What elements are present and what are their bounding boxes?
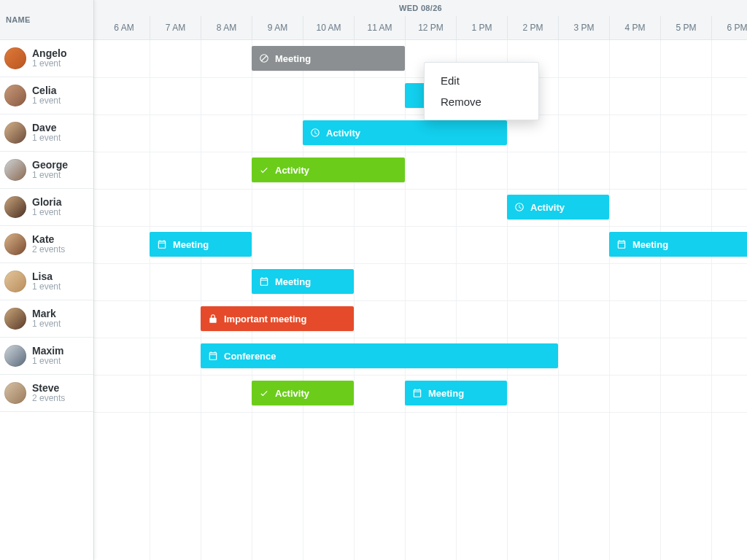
avatar	[4, 122, 26, 144]
person-name: Kate	[32, 233, 65, 245]
grid-hline	[94, 338, 747, 338]
person-row[interactable]: Lisa1 event	[0, 263, 93, 300]
avatar	[4, 159, 26, 181]
hour-header-cell: 3 PM	[558, 16, 609, 39]
hour-header-cell: 6 AM	[98, 16, 150, 39]
sidebar-header: NAME	[0, 0, 93, 40]
event-title: Activity	[275, 388, 309, 399]
person-event-count: 1 event	[32, 96, 61, 106]
context-menu-item[interactable]: Edit	[425, 70, 538, 91]
avatar	[4, 233, 26, 255]
person-event-count: 1 event	[32, 208, 61, 218]
event-title: Meeting	[275, 53, 311, 64]
event-block[interactable]: Meeting	[150, 232, 252, 257]
person-row[interactable]: Celia1 event	[0, 77, 93, 114]
person-event-count: 2 events	[32, 394, 65, 404]
person-row[interactable]: Mark1 event	[0, 300, 93, 338]
check-icon	[259, 388, 269, 398]
grid-hline	[94, 300, 747, 301]
event-block[interactable]: Activity	[252, 158, 405, 182]
avatar	[4, 271, 26, 292]
hour-header-cell: 5 PM	[660, 16, 711, 39]
person-text: Dave1 event	[32, 122, 61, 144]
person-name: Celia	[32, 85, 61, 96]
timeline-grid[interactable]: MeetingActivityActivityActivityMeetingMe…	[94, 40, 747, 560]
person-row[interactable]: Maxim1 event	[0, 338, 93, 375]
grid-hline	[94, 152, 747, 152]
person-text: George1 event	[32, 159, 68, 181]
hours-row: 6 AM7 AM8 AM9 AM10 AM11 AM12 PM1 PM2 PM3…	[94, 16, 747, 39]
calendar-icon	[259, 276, 269, 287]
hour-header-cell: 11 AM	[354, 16, 405, 39]
person-name: Maxim	[32, 345, 64, 357]
context-menu-item[interactable]: Remove	[425, 91, 538, 112]
person-row[interactable]: Dave1 event	[0, 114, 93, 152]
clock-icon	[310, 128, 320, 138]
hour-header-cell: 1 PM	[456, 16, 507, 39]
grid-hline	[94, 77, 747, 78]
event-title: Meeting	[173, 239, 209, 250]
person-event-count: 2 events	[32, 245, 65, 255]
person-event-count: 1 event	[32, 357, 64, 367]
calendar-icon	[208, 351, 218, 361]
calendar-icon	[616, 239, 627, 249]
person-text: Celia1 event	[32, 85, 61, 106]
grid-hline	[94, 226, 747, 227]
person-text: Angelo1 event	[32, 47, 66, 69]
event-title: Activity	[530, 202, 565, 213]
person-row[interactable]: Kate2 events	[0, 226, 93, 263]
person-text: Gloria1 event	[32, 196, 61, 218]
event-block[interactable]: Meeting	[405, 381, 507, 405]
event-block[interactable]: Meeting	[609, 232, 747, 257]
context-menu: EditRemove	[424, 62, 539, 120]
event-block[interactable]: Meeting	[252, 46, 405, 71]
hour-header-cell: 9 AM	[252, 16, 303, 39]
person-name: Angelo	[32, 47, 66, 59]
hour-header-cell: 2 PM	[507, 16, 558, 39]
grid-hline	[94, 375, 747, 376]
avatar	[4, 47, 26, 69]
person-event-count: 1 event	[32, 133, 61, 144]
lock-icon	[208, 314, 218, 324]
person-name: Dave	[32, 122, 61, 133]
event-block[interactable]: Meeting	[252, 269, 354, 294]
person-name: Mark	[32, 308, 61, 319]
person-text: Lisa1 event	[32, 271, 61, 292]
hour-header-cell: 10 AM	[303, 16, 354, 39]
event-title: Meeting	[428, 388, 464, 399]
calendar-icon	[412, 388, 422, 398]
sidebar: NAME Angelo1 eventCelia1 eventDave1 even…	[0, 0, 94, 560]
event-block[interactable]: Conference	[201, 343, 558, 368]
hour-header-cell: 8 AM	[201, 16, 252, 39]
hour-header-cell: 4 PM	[609, 16, 660, 39]
check-icon	[259, 165, 269, 175]
person-name: Steve	[32, 382, 65, 394]
person-row[interactable]: Gloria1 event	[0, 189, 93, 226]
person-row[interactable]: Steve2 events	[0, 375, 93, 412]
avatar	[4, 345, 26, 367]
people-list: Angelo1 eventCelia1 eventDave1 eventGeor…	[0, 40, 93, 560]
person-text: Maxim1 event	[32, 345, 64, 367]
person-text: Kate2 events	[32, 233, 65, 255]
event-title: Important meeting	[224, 314, 306, 324]
event-block[interactable]: Activity	[303, 120, 507, 145]
person-row[interactable]: Angelo1 event	[0, 40, 93, 77]
timeline: WED 08/26 6 AM7 AM8 AM9 AM10 AM11 AM12 P…	[94, 0, 747, 560]
clock-icon	[514, 202, 525, 212]
timeline-header: WED 08/26 6 AM7 AM8 AM9 AM10 AM11 AM12 P…	[94, 0, 747, 40]
ban-icon	[259, 53, 269, 63]
app-root: NAME Angelo1 eventCelia1 eventDave1 even…	[0, 0, 747, 560]
event-title: Meeting	[275, 276, 311, 287]
sidebar-header-label: NAME	[6, 15, 31, 24]
event-title: Activity	[326, 128, 360, 139]
person-text: Mark1 event	[32, 308, 61, 330]
event-block[interactable]: Activity	[507, 195, 609, 219]
person-event-count: 1 event	[32, 59, 66, 69]
event-block[interactable]: Activity	[252, 381, 354, 405]
avatar	[4, 308, 26, 330]
event-block[interactable]: Important meeting	[201, 306, 354, 331]
person-event-count: 1 event	[32, 171, 68, 181]
date-label: WED 08/26	[94, 0, 747, 16]
hour-header-cell: 12 PM	[405, 16, 456, 39]
person-row[interactable]: George1 event	[0, 152, 93, 189]
